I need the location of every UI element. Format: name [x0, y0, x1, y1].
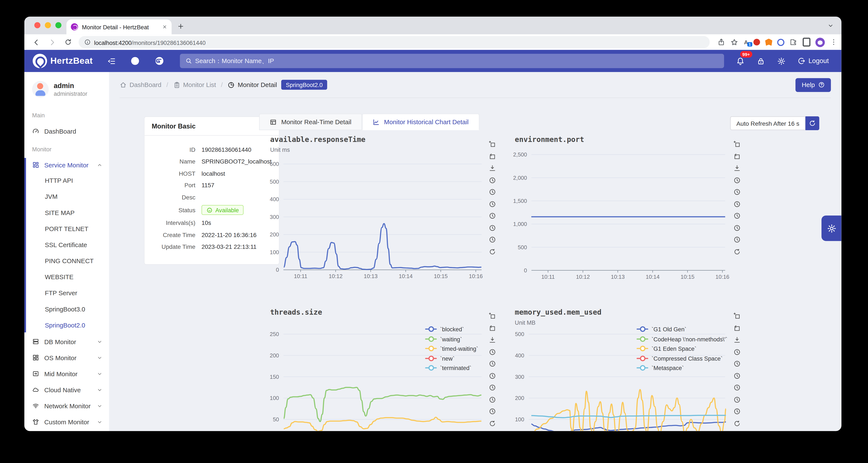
- tab-monitor-real-time-detail[interactable]: Monitor Real-Time Detail: [259, 114, 362, 130]
- reload-button[interactable]: [64, 38, 72, 46]
- sidebar-subitem-ping-connect[interactable]: PING CONNECT: [24, 253, 109, 269]
- toolbox-period-icon[interactable]: [734, 212, 741, 220]
- refresh-now-button[interactable]: [805, 116, 819, 130]
- browser-tab[interactable]: Monitor Detail - HertzBeat: [66, 20, 172, 34]
- chart-settings-fab[interactable]: [822, 215, 841, 241]
- toolbox-period-icon[interactable]: [489, 360, 496, 368]
- toolbox-period-icon[interactable]: [489, 212, 496, 220]
- toolbox-restore-icon[interactable]: [489, 324, 496, 331]
- toolbox-zoom-select-icon[interactable]: [489, 141, 496, 148]
- toolbox-period-icon[interactable]: [734, 408, 741, 415]
- toolbox-period-icon[interactable]: [489, 236, 496, 243]
- lock-icon[interactable]: [756, 57, 765, 65]
- sidebar-subitem-ssl-certificate[interactable]: SSL Certificate: [24, 237, 109, 253]
- toolbox-zoom-select-icon[interactable]: [734, 141, 741, 148]
- sidebar-item-os-monitor[interactable]: OS Monitor: [24, 349, 109, 366]
- legend-item-new[interactable]: `new`: [425, 355, 478, 361]
- legend-item-codeheap-non-nmethods[interactable]: `CodeHeap \'non-nmethods\'`: [637, 336, 727, 342]
- new-tab-button[interactable]: [177, 23, 184, 30]
- toolbox-period-icon[interactable]: [734, 372, 741, 379]
- gitee-icon[interactable]: [154, 56, 164, 66]
- toolbox-period-icon[interactable]: [734, 396, 741, 403]
- toolbox-period-icon[interactable]: [734, 224, 741, 231]
- toolbox-period-icon[interactable]: [489, 188, 496, 196]
- notifications-button[interactable]: 99+: [736, 56, 744, 66]
- toolbox-reload-icon[interactable]: [734, 419, 741, 427]
- sidebar-subitem-jvm[interactable]: JVM: [24, 189, 109, 205]
- toolbox-save-image-icon[interactable]: [734, 165, 741, 172]
- extension-red-icon[interactable]: [753, 39, 760, 45]
- legend-item-compressed-class-space[interactable]: `Compressed Class Space`: [637, 355, 727, 361]
- toolbox-period-icon[interactable]: [489, 372, 496, 379]
- menu-fold-icon[interactable]: [107, 57, 116, 65]
- sidebar-item-db-monitor[interactable]: DB Monitor: [24, 334, 109, 349]
- sidebar-subitem-http-api[interactable]: HTTP API: [24, 173, 109, 189]
- logout-button[interactable]: Logout: [797, 57, 829, 65]
- toolbox-period-icon[interactable]: [734, 236, 741, 243]
- breadcrumb-item-monitor-detail[interactable]: Monitor Detail: [228, 81, 277, 88]
- toolbox-period-icon[interactable]: [489, 384, 496, 391]
- legend-item-waiting[interactable]: `waiting`: [425, 336, 478, 342]
- toolbox-period-icon[interactable]: [489, 200, 496, 208]
- share-icon[interactable]: [717, 38, 725, 46]
- user-block[interactable]: admin administrator: [24, 72, 109, 106]
- zoom-window-button[interactable]: [55, 22, 62, 28]
- toolbox-zoom-select-icon[interactable]: [489, 313, 496, 320]
- toolbox-period-icon[interactable]: [489, 224, 496, 231]
- toolbox-reload-icon[interactable]: [489, 419, 496, 427]
- metamask-extension-icon[interactable]: [765, 38, 772, 46]
- breadcrumb-item-dashboard[interactable]: DashBoard: [120, 81, 161, 88]
- sidebar-item-custom-monitor[interactable]: Custom Monitor: [24, 414, 109, 430]
- sidebar-subitem-site-map[interactable]: SITE MAP: [24, 205, 109, 221]
- settings-gear-icon[interactable]: [777, 57, 785, 65]
- github-icon[interactable]: [130, 56, 140, 66]
- toolbox-period-icon[interactable]: [734, 384, 741, 391]
- legend-item-terminated[interactable]: `terminated`: [425, 365, 478, 371]
- sidebar-subitem-springboot3-0[interactable]: SpringBoot3.0: [24, 301, 109, 317]
- legend-item-g1-eden-space[interactable]: `G1 Eden Space`: [637, 345, 727, 352]
- legend-item-metaspace[interactable]: `Metaspace`: [637, 365, 727, 371]
- extension-frame-icon[interactable]: [803, 38, 810, 47]
- profile-avatar[interactable]: [815, 37, 825, 47]
- sidebar-item-service-monitor[interactable]: Service Monitor: [24, 157, 109, 173]
- minimize-window-button[interactable]: [45, 22, 51, 28]
- sidebar-item-cloud-native[interactable]: Cloud Native: [24, 382, 109, 398]
- toolbox-period-icon[interactable]: [489, 176, 496, 184]
- address-bar[interactable]: localhost:4200/monitors/190286136061440: [79, 36, 710, 48]
- translate-extension-icon[interactable]: A1: [744, 39, 748, 45]
- help-button[interactable]: Help: [796, 78, 831, 92]
- sidebar-item-mid-monitor[interactable]: Mid Monitor: [24, 366, 109, 382]
- toolbox-period-icon[interactable]: [489, 408, 496, 415]
- toolbox-save-image-icon[interactable]: [734, 336, 741, 344]
- auto-refresh-button[interactable]: Auto Refresh After 16 s: [730, 116, 805, 130]
- search-input[interactable]: Search：Monitor Name、IP: [180, 54, 724, 68]
- toolbox-period-icon[interactable]: [734, 176, 741, 184]
- tab-monitor-historical-chart-detail[interactable]: Monitor Historical Chart Detail: [362, 114, 479, 130]
- site-info-icon[interactable]: [84, 39, 91, 45]
- toolbox-period-icon[interactable]: [734, 200, 741, 208]
- toolbox-period-icon[interactable]: [489, 396, 496, 403]
- extension-blue-icon[interactable]: [777, 38, 784, 46]
- toolbox-period-icon[interactable]: [734, 188, 741, 196]
- sidebar-subitem-springboot2-0[interactable]: SpringBoot2.0: [24, 317, 109, 334]
- legend-item-blocked[interactable]: `blocked`: [425, 326, 478, 332]
- sidebar-subitem-ftp-server[interactable]: FTP Server: [24, 285, 109, 301]
- toolbox-period-icon[interactable]: [489, 348, 496, 355]
- legend-item-timed-waiting[interactable]: `timed-waiting`: [425, 345, 478, 352]
- toolbox-reload-icon[interactable]: [734, 248, 741, 255]
- back-button[interactable]: [32, 38, 40, 47]
- toolbox-save-image-icon[interactable]: [489, 336, 496, 344]
- toolbox-reload-icon[interactable]: [489, 248, 496, 255]
- toolbox-restore-icon[interactable]: [734, 153, 741, 160]
- tab-close-icon[interactable]: [162, 24, 167, 29]
- browser-menu-icon[interactable]: [830, 38, 838, 46]
- toolbox-zoom-select-icon[interactable]: [734, 313, 741, 320]
- breadcrumb-item-monitor-list[interactable]: Monitor List: [173, 81, 216, 88]
- forward-button[interactable]: [48, 38, 56, 47]
- hertzbeat-brand[interactable]: HertzBeat: [33, 54, 93, 68]
- window-controls[interactable]: [34, 22, 62, 28]
- sidebar-subitem-port-telnet[interactable]: PORT TELNET: [24, 221, 109, 237]
- toolbox-period-icon[interactable]: [734, 360, 741, 368]
- toolbox-save-image-icon[interactable]: [489, 165, 496, 172]
- sidebar-item-network-monitor[interactable]: Network Monitor: [24, 398, 109, 414]
